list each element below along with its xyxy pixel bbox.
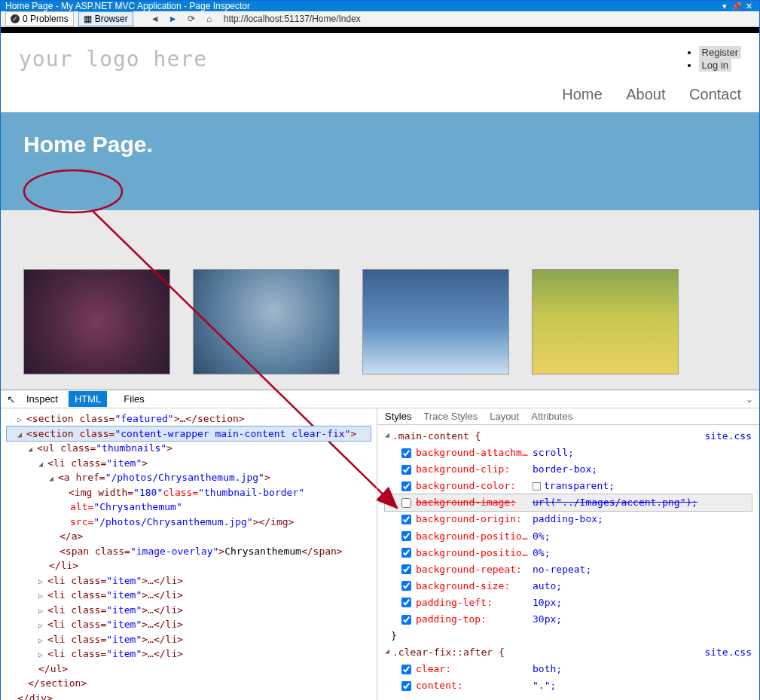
nav-contact[interactable]: Contact: [689, 86, 741, 102]
css-property-row[interactable]: content:".";: [385, 677, 752, 694]
refresh-icon[interactable]: ⟳: [185, 12, 198, 26]
forward-icon[interactable]: ►: [166, 12, 180, 26]
toolbar: ✓ 0 Problems ▦ Browser ◄ ► ⟳ ⌂ http://lo…: [1, 11, 759, 27]
css-property-row[interactable]: padding-top:30px;: [385, 611, 752, 628]
property-checkbox[interactable]: [401, 548, 411, 558]
html-row-selected: ◢<section class="content-wrapper main-co…: [7, 426, 371, 442]
property-checkbox[interactable]: [401, 598, 411, 607]
property-checkbox[interactable]: [401, 615, 411, 625]
home-icon[interactable]: ⌂: [203, 12, 216, 26]
styles-pane: Styles Trace Styles Layout Attributes ◢.…: [377, 408, 759, 700]
titlebar: Home Page - My ASP.NET MVC Application -…: [1, 1, 759, 11]
css-property-row[interactable]: background-positio…0%;: [385, 545, 752, 561]
inspect-label[interactable]: Inspect: [26, 393, 58, 405]
check-icon: ✓: [11, 14, 20, 23]
css-property-row[interactable]: background-size:auto;: [385, 578, 752, 595]
thumbnail-1[interactable]: [23, 269, 170, 374]
css-property-row[interactable]: background-origin:padding-box;: [385, 511, 752, 527]
pin-icon[interactable]: 📌: [731, 2, 743, 11]
nav-about[interactable]: About: [626, 86, 665, 102]
css-property-row[interactable]: padding-left:10px;: [385, 595, 752, 611]
nav-home[interactable]: Home: [562, 86, 602, 102]
property-checkbox[interactable]: [401, 465, 411, 475]
css-property-row[interactable]: clear:both;: [385, 661, 752, 677]
register-link[interactable]: Register: [699, 46, 741, 59]
url-bar[interactable]: http://localhost:51137/Home/Index: [221, 14, 755, 24]
tab-attributes[interactable]: Attributes: [531, 411, 572, 422]
property-checkbox[interactable]: [401, 515, 411, 524]
tab-files[interactable]: Files: [118, 391, 150, 407]
inspect-cursor-icon[interactable]: ↖: [7, 393, 16, 405]
devtools: ↖ Inspect HTML Files ⌄ ▷<section class="…: [1, 390, 759, 700]
thumbnail-2[interactable]: [193, 269, 340, 374]
property-checkbox[interactable]: [401, 564, 411, 574]
dropdown-icon[interactable]: ▾: [719, 2, 731, 11]
grid-icon: ▦: [84, 14, 92, 24]
thumbnail-4[interactable]: [532, 269, 679, 374]
window-title: Home Page - My ASP.NET MVC Application -…: [5, 1, 250, 11]
styles-body[interactable]: ◢.main-content {site.css background-atta…: [377, 425, 759, 700]
back-icon[interactable]: ◄: [148, 12, 162, 26]
property-checkbox[interactable]: [401, 448, 411, 458]
property-checkbox[interactable]: [401, 531, 411, 541]
css-property-row[interactable]: background-clip:border-box;: [385, 461, 752, 478]
logo-text: your logo here: [19, 47, 207, 72]
css-property-row[interactable]: background-attachm…scroll;: [385, 445, 752, 461]
property-checkbox[interactable]: [401, 498, 411, 508]
user-links: Register Log in: [685, 47, 741, 72]
login-link[interactable]: Log in: [699, 59, 731, 72]
tab-layout[interactable]: Layout: [490, 411, 519, 422]
css-property-row[interactable]: background-repeat:no-repeat;: [385, 561, 752, 578]
tab-styles[interactable]: Styles: [385, 411, 411, 422]
property-checkbox[interactable]: [401, 581, 411, 591]
html-tree[interactable]: ▷<section class="featured">…</section> ◢…: [1, 408, 377, 700]
property-checkbox[interactable]: [401, 681, 411, 691]
thumbnail-3[interactable]: [362, 269, 509, 374]
hero: Home Page.: [1, 112, 759, 210]
main-nav: Home About Contact: [1, 81, 759, 112]
tab-trace-styles[interactable]: Trace Styles: [423, 411, 478, 422]
property-checkbox[interactable]: [401, 665, 411, 674]
css-property-row[interactable]: background-positio…0%;: [385, 528, 752, 545]
css-property-row[interactable]: background-image:url("../Images/accent.p…: [385, 494, 752, 511]
browser-button[interactable]: ▦ Browser: [78, 11, 133, 26]
property-checkbox[interactable]: [401, 481, 411, 491]
problems-button[interactable]: ✓ 0 Problems: [5, 11, 74, 26]
chevron-down-icon[interactable]: ⌄: [746, 394, 753, 405]
page-title: Home Page.: [23, 132, 737, 157]
tab-html[interactable]: HTML: [69, 391, 107, 407]
thumbnails: [1, 210, 759, 390]
close-icon[interactable]: ✕: [743, 2, 755, 11]
browser-viewport[interactable]: your logo here Register Log in Home Abou…: [1, 27, 759, 390]
css-property-row[interactable]: background-color:transparent;: [385, 478, 752, 494]
